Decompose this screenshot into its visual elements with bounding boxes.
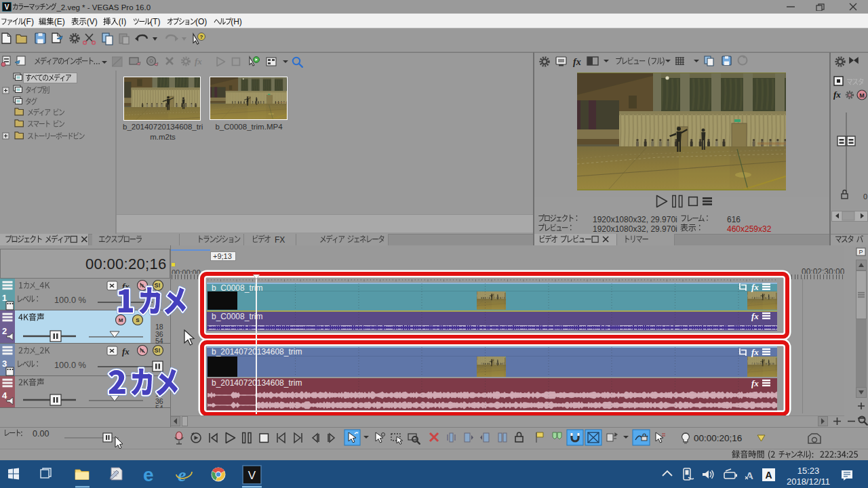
svg-text:V: V (248, 469, 256, 482)
svg-text:e: e (143, 464, 154, 485)
svg-text:S!: S! (155, 347, 161, 354)
svg-text:15:23: 15:23 (797, 466, 820, 476)
svg-text:A: A (765, 470, 772, 481)
svg-text:N: N (140, 348, 144, 354)
svg-text:2018/12/11: 2018/12/11 (787, 476, 830, 487)
svg-text:fx: fx (122, 346, 130, 357)
svg-text:e: e (178, 464, 186, 485)
